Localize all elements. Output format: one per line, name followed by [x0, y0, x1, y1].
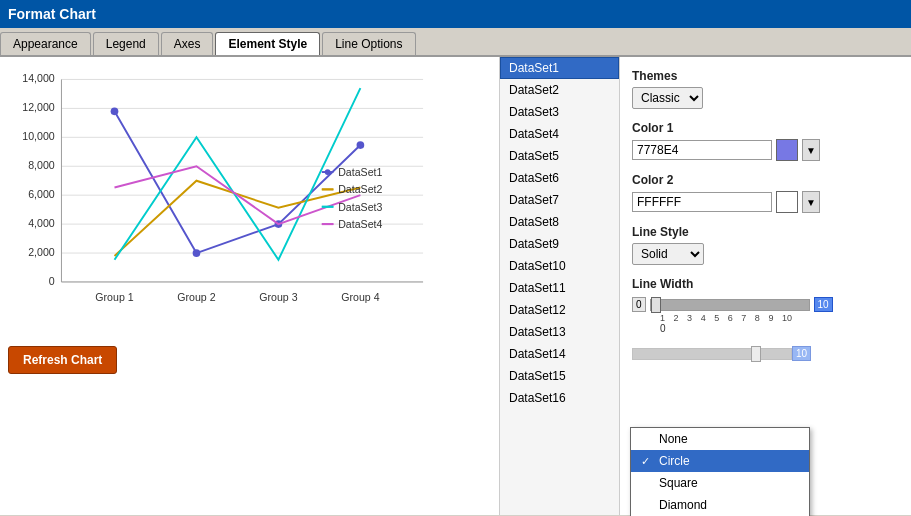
line-width-min: 0 [632, 297, 646, 312]
themes-select[interactable]: Classic Modern [632, 87, 703, 109]
color2-section: Color 2 ▼ [632, 173, 899, 213]
main-content: 14,000 12,000 10,000 8,000 6,000 4,000 2… [0, 57, 911, 515]
svg-point-22 [111, 107, 119, 115]
tab-element-style[interactable]: Element Style [215, 32, 320, 55]
svg-text:Group 1: Group 1 [95, 291, 133, 303]
svg-text:6,000: 6,000 [28, 188, 55, 200]
line-width-max: 10 [814, 297, 833, 312]
dataset-item-14[interactable]: DataSet14 [500, 343, 619, 365]
dropdown-item-square[interactable]: Square [631, 472, 809, 494]
line-width-label: Line Width [632, 277, 899, 291]
svg-point-27 [325, 169, 331, 175]
svg-text:12,000: 12,000 [22, 101, 55, 113]
refresh-chart-button[interactable]: Refresh Chart [8, 346, 117, 374]
line-style-section: Line Style Solid Dashed Dotted [632, 225, 899, 265]
dataset-item-9[interactable]: DataSet9 [500, 233, 619, 255]
tab-axes[interactable]: Axes [161, 32, 214, 55]
svg-text:DataSet2: DataSet2 [338, 183, 382, 195]
tab-line-options[interactable]: Line Options [322, 32, 415, 55]
square-check [641, 477, 653, 489]
tab-appearance[interactable]: Appearance [0, 32, 91, 55]
dataset-item-6[interactable]: DataSet6 [500, 167, 619, 189]
dataset-item-10[interactable]: DataSet10 [500, 255, 619, 277]
svg-text:14,000: 14,000 [22, 72, 55, 84]
svg-text:DataSet3: DataSet3 [338, 201, 382, 213]
marker-section: 10 [632, 346, 899, 361]
right-panel: DataSet1 DataSet2 DataSet3 DataSet4 Data… [500, 57, 911, 515]
color2-dropdown-btn[interactable]: ▼ [802, 191, 820, 213]
marker-dropdown: None ✓ Circle Square Diamond Cross [630, 427, 810, 516]
svg-text:2,000: 2,000 [28, 246, 55, 258]
dataset-item-1[interactable]: DataSet1 [500, 57, 619, 79]
svg-text:DataSet4: DataSet4 [338, 218, 382, 230]
dataset-item-8[interactable]: DataSet8 [500, 211, 619, 233]
themes-label: Themes [632, 69, 899, 83]
color1-input[interactable] [632, 140, 772, 160]
color1-swatch[interactable] [776, 139, 798, 161]
chart-svg: 14,000 12,000 10,000 8,000 6,000 4,000 2… [8, 65, 491, 335]
svg-text:DataSet1: DataSet1 [338, 166, 382, 178]
color1-section: Color 1 ▼ [632, 121, 899, 161]
circle-check: ✓ [641, 455, 653, 468]
svg-text:10,000: 10,000 [22, 130, 55, 142]
svg-point-23 [193, 249, 201, 257]
dataset-list: DataSet1 DataSet2 DataSet3 DataSet4 Data… [500, 57, 620, 515]
svg-text:0: 0 [49, 275, 55, 287]
svg-text:4,000: 4,000 [28, 217, 55, 229]
marker-slider[interactable] [632, 348, 792, 360]
chart-panel: 14,000 12,000 10,000 8,000 6,000 4,000 2… [0, 57, 500, 515]
dropdown-item-circle[interactable]: ✓ Circle [631, 450, 809, 472]
dataset-item-5[interactable]: DataSet5 [500, 145, 619, 167]
svg-text:Group 4: Group 4 [341, 291, 379, 303]
none-check [641, 433, 653, 445]
dataset-item-2[interactable]: DataSet2 [500, 79, 619, 101]
dataset-item-12[interactable]: DataSet12 [500, 299, 619, 321]
svg-text:Group 2: Group 2 [177, 291, 215, 303]
color2-input[interactable] [632, 192, 772, 212]
dataset-item-11[interactable]: DataSet11 [500, 277, 619, 299]
dataset-item-15[interactable]: DataSet15 [500, 365, 619, 387]
window-title: Format Chart [0, 0, 911, 28]
color1-dropdown-btn[interactable]: ▼ [802, 139, 820, 161]
dataset-item-16[interactable]: DataSet16 [500, 387, 619, 409]
dropdown-item-diamond[interactable]: Diamond [631, 494, 809, 516]
line-style-select[interactable]: Solid Dashed Dotted [632, 243, 704, 265]
marker-max-indicator: 10 [792, 346, 811, 361]
dataset-item-3[interactable]: DataSet3 [500, 101, 619, 123]
svg-text:Group 3: Group 3 [259, 291, 297, 303]
dataset-item-4[interactable]: DataSet4 [500, 123, 619, 145]
themes-section: Themes Classic Modern [632, 69, 899, 109]
svg-text:8,000: 8,000 [28, 159, 55, 171]
dataset-item-13[interactable]: DataSet13 [500, 321, 619, 343]
color2-swatch[interactable] [776, 191, 798, 213]
line-width-slider[interactable] [650, 299, 810, 311]
line-width-section: Line Width 0 10 1 2 3 4 5 6 7 8 9 10 [632, 277, 899, 334]
tab-legend[interactable]: Legend [93, 32, 159, 55]
svg-point-25 [357, 141, 365, 149]
tab-bar: Appearance Legend Axes Element Style Lin… [0, 28, 911, 57]
color2-label: Color 2 [632, 173, 899, 187]
line-style-label: Line Style [632, 225, 899, 239]
dropdown-item-none[interactable]: None [631, 428, 809, 450]
settings-panel: Themes Classic Modern Color 1 ▼ [620, 57, 911, 515]
diamond-check [641, 499, 653, 511]
color1-label: Color 1 [632, 121, 899, 135]
dataset-item-7[interactable]: DataSet7 [500, 189, 619, 211]
